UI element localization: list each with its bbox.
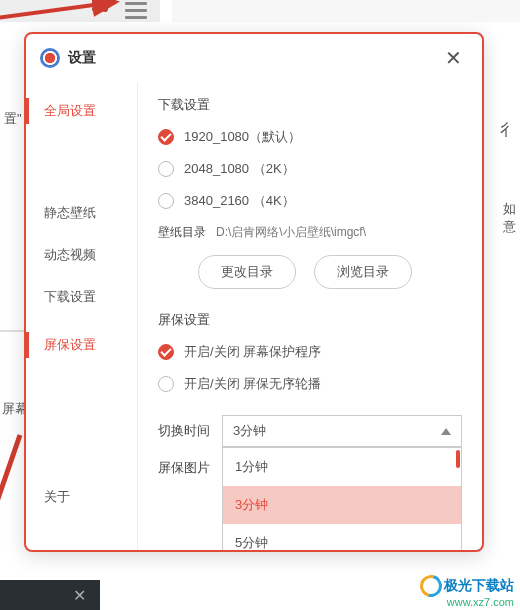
nav-dynamic-video[interactable]: 动态视频 [26, 234, 137, 276]
watermark-brand: 极光下载站 [444, 577, 514, 595]
radio-label: 开启/关闭 屏幕保护程序 [184, 343, 321, 361]
bg-text: 置" [4, 110, 22, 128]
interval-option-3min[interactable]: 3分钟 [223, 486, 461, 524]
watermark-url: www.xz7.com [420, 596, 514, 608]
resolution-3840[interactable]: 3840_2160 （4K） [158, 192, 462, 210]
screensaver-section-title: 屏保设置 [158, 311, 462, 329]
image-label: 屏保图片 [158, 459, 222, 477]
settings-content: 下载设置 1920_1080（默认） 2048_1080 （2K） 3840_2… [138, 82, 482, 550]
interval-option-5min[interactable]: 5分钟 [223, 524, 461, 550]
radio-icon [158, 161, 174, 177]
interval-option-1min[interactable]: 1分钟 [223, 448, 461, 486]
bg-text: 如 [503, 200, 516, 218]
path-value: D:\启肯网络\小启壁纸\imgcf\ [216, 224, 366, 241]
download-section-title: 下载设置 [158, 96, 462, 114]
hamburger-icon[interactable] [125, 2, 147, 19]
bottom-dark-bar: ✕ [0, 580, 100, 610]
bg-text: 彳 [500, 120, 516, 141]
interval-select[interactable]: 3分钟 [222, 415, 462, 447]
settings-sidebar: 全局设置 静态壁纸 动态视频 下载设置 屏保设置 关于 [26, 82, 138, 550]
radio-icon [158, 344, 174, 360]
radio-label: 3840_2160 （4K） [184, 192, 295, 210]
close-icon[interactable]: ✕ [73, 586, 86, 605]
modal-header: 设置 ✕ [26, 34, 482, 82]
close-icon[interactable]: ✕ [439, 44, 468, 72]
interval-dropdown: 1分钟 3分钟 5分钟 10分钟 [222, 447, 462, 550]
radio-label: 开启/关闭 屏保无序轮播 [184, 375, 321, 393]
interval-field: 切换时间 3分钟 1分钟 3分钟 5分钟 10分钟 [158, 415, 462, 447]
nav-about[interactable]: 关于 [26, 476, 137, 518]
radio-label: 2048_1080 （2K） [184, 160, 295, 178]
modal-title: 设置 [68, 49, 439, 67]
bg-text: 意 [503, 218, 516, 236]
nav-static-wallpaper[interactable]: 静态壁纸 [26, 192, 137, 234]
select-value: 3分钟 [233, 422, 266, 440]
radio-icon [158, 129, 174, 145]
wallpaper-path-row: 壁纸目录 D:\启肯网络\小启壁纸\imgcf\ [158, 224, 462, 241]
radio-icon [158, 193, 174, 209]
settings-modal: 设置 ✕ 全局设置 静态壁纸 动态视频 下载设置 屏保设置 关于 下载设置 19… [24, 32, 484, 552]
nav-screensaver-settings[interactable]: 屏保设置 [26, 324, 137, 366]
chevron-up-icon [441, 428, 451, 435]
nav-download-settings[interactable]: 下载设置 [26, 276, 137, 318]
nav-global[interactable]: 全局设置 [26, 90, 137, 132]
screensaver-toggle[interactable]: 开启/关闭 屏幕保护程序 [158, 343, 462, 361]
change-dir-button[interactable]: 更改目录 [198, 255, 296, 289]
decor-dots [92, 6, 108, 12]
screensaver-shuffle-toggle[interactable]: 开启/关闭 屏保无序轮播 [158, 375, 462, 393]
resolution-2048[interactable]: 2048_1080 （2K） [158, 160, 462, 178]
path-label: 壁纸目录 [158, 224, 206, 241]
radio-label: 1920_1080（默认） [184, 128, 301, 146]
app-logo-icon [40, 48, 60, 68]
browse-dir-button[interactable]: 浏览目录 [314, 255, 412, 289]
watermark: 极光下载站 www.xz7.com [420, 575, 514, 608]
radio-icon [158, 376, 174, 392]
interval-label: 切换时间 [158, 422, 222, 440]
resolution-1920[interactable]: 1920_1080（默认） [158, 128, 462, 146]
